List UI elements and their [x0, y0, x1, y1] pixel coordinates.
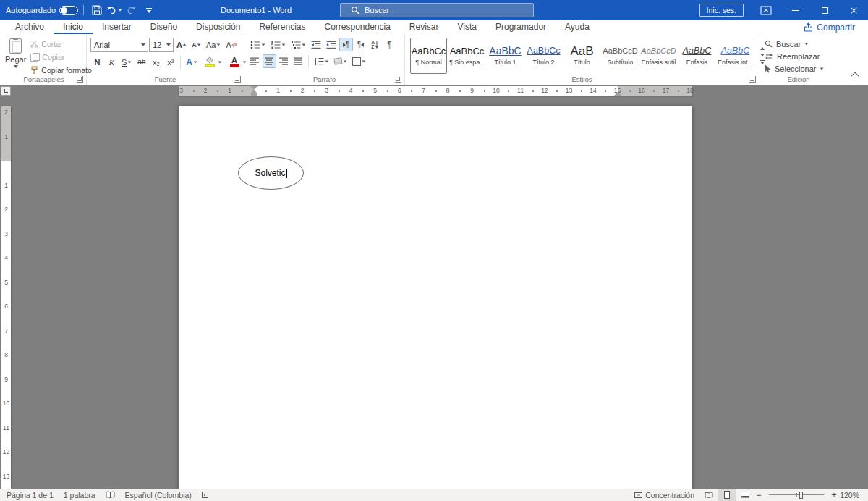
style-title[interactable]: AaB Título [563, 38, 600, 74]
right-indent-marker[interactable] [614, 92, 621, 96]
close-button[interactable] [839, 0, 868, 20]
proofing-status[interactable] [101, 489, 120, 501]
replace-button[interactable]: Reemplazar [763, 51, 825, 62]
customize-qat-button[interactable] [141, 2, 157, 18]
undo-button[interactable] [106, 2, 122, 18]
print-layout-button[interactable] [718, 489, 736, 501]
clear-formatting-button[interactable]: A [224, 38, 238, 52]
autosave-toggle[interactable] [59, 6, 78, 15]
tab-insertar[interactable]: Insertar [93, 20, 141, 34]
text-effects-button[interactable]: A [184, 55, 200, 69]
document-page[interactable]: Solvetic [179, 106, 692, 489]
cut-button[interactable]: Cortar [28, 38, 93, 50]
rtl-direction-button[interactable]: ¶ [354, 38, 367, 51]
select-button[interactable]: Seleccionar [763, 63, 825, 74]
zoom-in-button[interactable]: + [829, 490, 839, 500]
tab-inicio[interactable]: Inicio [54, 20, 93, 34]
zoom-slider[interactable] [769, 494, 824, 495]
show-formatting-marks-button[interactable]: ¶ [383, 38, 396, 51]
ltr-direction-button[interactable]: ¶ [339, 38, 353, 51]
align-left-button[interactable] [248, 54, 262, 68]
autosave-control: Autoguardado [6, 6, 78, 15]
tab-ayuda[interactable]: Ayuda [556, 20, 599, 34]
tab-archivo[interactable]: Archivo [6, 20, 54, 34]
tab-disposicion[interactable]: Disposición [187, 20, 250, 34]
save-icon [92, 5, 102, 15]
document-title: Documento1 - Word [221, 6, 292, 14]
oval-shape[interactable]: Solvetic [238, 156, 304, 190]
word-count-status[interactable]: 1 palabra [59, 489, 101, 501]
read-mode-button[interactable] [699, 489, 718, 501]
left-indent-marker[interactable] [251, 93, 257, 96]
share-button[interactable]: Compartir [804, 20, 855, 34]
format-painter-button[interactable]: Copiar formato [28, 64, 93, 76]
multilevel-list-button[interactable] [289, 38, 308, 51]
style-no-spacing[interactable]: AaBbCc ¶ Sin espa... [448, 38, 485, 74]
borders-button[interactable] [350, 54, 368, 68]
line-spacing-button[interactable] [312, 54, 331, 68]
underline-button[interactable]: S [119, 55, 134, 69]
align-center-button[interactable] [263, 54, 276, 68]
style-intense-emphasis[interactable]: AaBbC Énfasis int... [717, 38, 754, 74]
strikethrough-button[interactable]: ab [135, 55, 148, 69]
tab-vista[interactable]: Vista [448, 20, 486, 34]
sign-in-button[interactable]: Inic. ses. [699, 4, 744, 17]
decrease-indent-button[interactable] [309, 38, 323, 51]
tab-referencias[interactable]: Referencias [250, 20, 315, 34]
font-name-input[interactable] [94, 41, 139, 49]
style-heading2[interactable]: AaBbCc Título 2 [525, 38, 562, 74]
style-heading1[interactable]: AaBbC Título 1 [487, 38, 524, 74]
tab-diseno[interactable]: Diseño [141, 20, 187, 34]
shading-button[interactable] [332, 54, 349, 68]
change-case-button[interactable]: Aa [204, 38, 223, 52]
minimize-button[interactable] [781, 0, 810, 20]
ribbon-display-options-button[interactable] [755, 0, 777, 20]
zoom-out-button[interactable]: − [754, 490, 764, 500]
zoom-level[interactable]: 120% [839, 491, 867, 500]
increase-indent-button[interactable] [324, 38, 339, 51]
style-subtitle[interactable]: AaBbCcD Subtítulo [602, 38, 639, 74]
sort-button[interactable]: AZ [368, 38, 382, 51]
zoom-slider-thumb[interactable] [799, 492, 803, 499]
text-effects-glyph: A [186, 57, 192, 67]
subscript-button[interactable]: x₂ [149, 55, 163, 69]
superscript-button[interactable]: x² [163, 55, 177, 69]
tab-programador[interactable]: Programador [486, 20, 556, 34]
font-size-input[interactable] [153, 41, 164, 49]
italic-button[interactable]: K [105, 55, 119, 69]
customize-qat-icon [142, 8, 156, 13]
web-layout-button[interactable] [736, 489, 754, 501]
style-normal[interactable]: AaBbCc ¶ Normal [410, 38, 447, 74]
tab-revisar[interactable]: Revisar [400, 20, 448, 34]
redo-button[interactable] [124, 2, 140, 18]
grow-font-button[interactable]: A [174, 38, 189, 52]
bold-button[interactable]: N [90, 55, 104, 69]
justify-button[interactable] [292, 54, 305, 68]
proofing-book-icon [106, 491, 115, 499]
copy-button[interactable]: Copiar [28, 51, 93, 63]
highlight-button[interactable] [200, 55, 224, 69]
tab-stop-selector[interactable] [1, 86, 11, 96]
highlight-dropdown-icon [218, 61, 222, 63]
language-status[interactable]: Español (Colombia) [120, 489, 197, 501]
bullets-button[interactable] [248, 38, 268, 51]
shrink-font-button[interactable]: A [190, 38, 203, 52]
search-box[interactable]: Buscar [340, 3, 534, 17]
numbering-button[interactable] [268, 38, 288, 51]
font-size-combo[interactable] [149, 38, 174, 52]
numbering-dropdown-icon [282, 43, 286, 46]
align-right-button[interactable] [277, 54, 291, 68]
font-name-combo[interactable] [90, 38, 148, 52]
style-subtle-emphasis[interactable]: AaBbCcD Énfasis sutil [640, 38, 677, 74]
page-number-status[interactable]: Página 1 de 1 [1, 489, 59, 501]
maximize-button[interactable] [810, 0, 839, 20]
collapse-ribbon-button[interactable] [851, 72, 859, 80]
paste-button[interactable]: Pegar [5, 37, 26, 68]
align-center-icon [265, 57, 274, 65]
style-emphasis[interactable]: AaBbC Énfasis [678, 38, 715, 74]
find-button[interactable]: Buscar [763, 38, 825, 49]
save-button[interactable] [89, 2, 105, 18]
macro-record-button[interactable] [197, 489, 213, 501]
focus-mode-button[interactable]: Concentración [629, 489, 699, 501]
tab-correspondencia[interactable]: Correspondencia [315, 20, 399, 34]
